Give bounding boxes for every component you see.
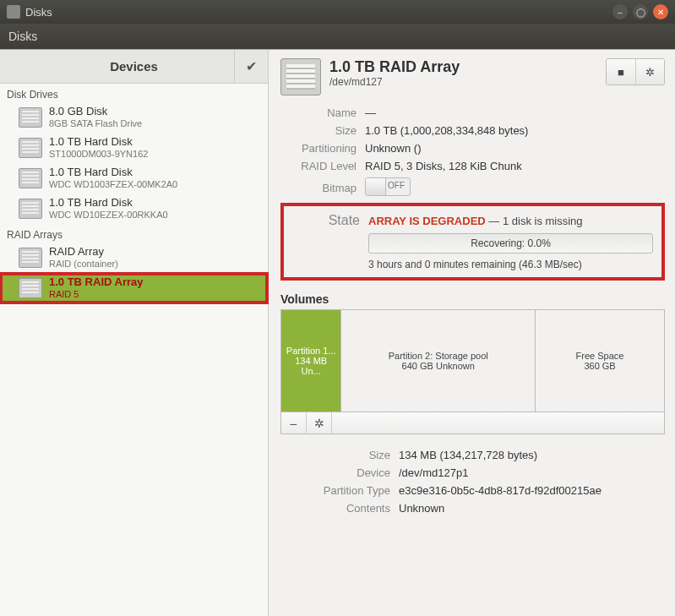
volume-gear-button[interactable]: ✲ — [307, 412, 332, 434]
prop-row: Name — — [280, 104, 665, 122]
device-title: 1.0 TB Hard Disk — [49, 196, 168, 210]
section-raid-arrays: RAID Arrays — [0, 224, 268, 243]
volume-bar: Partition 1... 134 MB Un... Partition 2:… — [281, 310, 664, 412]
toolbar-title: Disks — [8, 30, 37, 43]
raid-icon — [19, 278, 42, 298]
device-sub: WDC WD10EZEX-00RKKA0 — [49, 210, 168, 221]
prop-label: Size — [280, 124, 357, 137]
prop-value: Unknown () — [365, 142, 665, 155]
prop-label: Device — [280, 466, 390, 479]
volume-segment[interactable]: Partition 1... 134 MB Un... — [281, 310, 341, 412]
disk-icon — [19, 138, 42, 158]
prop-value: e3c9e316-0b5c-4db8-817d-f92df00215ae — [399, 484, 665, 497]
prop-row: Contents Unknown — [280, 499, 665, 517]
prop-label: RAID Level — [280, 160, 357, 172]
device-title: 1.0 TB Hard Disk — [49, 166, 177, 179]
device-sub: ST1000DM003-9YN162 — [49, 149, 148, 161]
disk-icon — [19, 199, 42, 219]
vol-title: Partition 1... — [286, 346, 336, 356]
sidebar-header-title: Devices — [0, 59, 268, 74]
prop-row: Bitmap OFF — [280, 175, 665, 201]
device-item[interactable]: RAID Array RAID (container) — [0, 243, 268, 273]
device-sub: RAID (container) — [49, 259, 118, 270]
vol-sub: 360 GB — [584, 361, 615, 371]
prop-label: Size — [280, 449, 390, 461]
properties: Name — Size 1.0 TB (1,000,208,334,848 by… — [280, 104, 665, 201]
apply-icon[interactable]: ✔ — [234, 50, 268, 84]
header-buttons: ■ ✲ — [606, 58, 665, 85]
disk-icon — [19, 107, 42, 128]
device-item[interactable]: 1.0 TB Hard Disk WDC WD1003FZEX-00MK2A0 — [0, 163, 268, 194]
state-rest: — 1 disk is missing — [486, 215, 583, 227]
disks-window: Disks – ◯ ✕ Disks Devices ✔ Disk Drives … — [0, 0, 675, 616]
volume-details: Size 134 MB (134,217,728 bytes) Device /… — [280, 446, 665, 517]
recovery-progress: Recovering: 0.0% — [368, 233, 653, 253]
prop-value: /dev/md127p1 — [399, 466, 665, 479]
prop-row: Size 134 MB (134,217,728 bytes) — [280, 446, 665, 464]
prop-label: Partition Type — [280, 484, 390, 497]
device-title: RAID Array — [49, 245, 118, 259]
vol-sub: 134 MB Un... — [285, 356, 337, 376]
prop-value: RAID 5, 3 Disks, 128 KiB Chunk — [365, 160, 665, 172]
prop-row: RAID Level RAID 5, 3 Disks, 128 KiB Chun… — [280, 157, 665, 175]
state-degraded: ARRAY IS DEGRADED — [368, 215, 486, 227]
device-item[interactable]: 1.0 TB Hard Disk WDC WD10EZEX-00RKKA0 — [0, 194, 268, 224]
prop-label: Bitmap — [280, 182, 357, 194]
main-header: 1.0 TB RAID Array /dev/md127 ■ ✲ — [280, 58, 665, 95]
prop-row: Device /dev/md127p1 — [280, 464, 665, 482]
prop-row: Size 1.0 TB (1,000,208,334,848 bytes) — [280, 122, 665, 139]
titlebar: Disks – ◯ ✕ — [0, 0, 675, 24]
main-panel: 1.0 TB RAID Array /dev/md127 ■ ✲ Name — … — [269, 50, 675, 616]
volume-segment[interactable]: Free Space 360 GB — [536, 310, 664, 412]
raid-array-icon — [280, 58, 321, 95]
device-sub: WDC WD1003FZEX-00MK2A0 — [49, 179, 177, 191]
disk-icon — [19, 168, 42, 188]
prop-value: Unknown — [399, 502, 665, 515]
device-title: 1.0 TB RAID Array — [49, 275, 144, 289]
volumes-title: Volumes — [280, 292, 665, 306]
app-icon — [7, 5, 20, 19]
raid-icon — [19, 248, 42, 268]
device-sub: RAID 5 — [49, 289, 144, 301]
toolbar: Disks — [0, 24, 675, 49]
minimize-button[interactable]: – — [612, 4, 628, 19]
prop-value: OFF — [365, 177, 665, 199]
bitmap-switch[interactable]: OFF — [365, 177, 411, 196]
remove-volume-button[interactable]: – — [281, 412, 307, 434]
section-disk-drives: Disk Drives — [0, 84, 268, 102]
main-title: 1.0 TB RAID Array — [329, 58, 460, 76]
device-title: 1.0 TB Hard Disk — [49, 135, 148, 149]
prop-label: Contents — [280, 502, 390, 515]
window-title: Disks — [25, 6, 52, 19]
state-label: State — [284, 213, 360, 228]
stop-button[interactable]: ■ — [607, 59, 635, 84]
volume-segment[interactable]: Partition 2: Storage pool 640 GB Unknown — [341, 310, 536, 412]
content: Devices ✔ Disk Drives 8.0 GB Disk 8GB SA… — [0, 49, 675, 616]
prop-value: — — [365, 106, 665, 119]
prop-label: Partitioning — [280, 142, 357, 155]
device-item[interactable]: 8.0 GB Disk 8GB SATA Flash Drive — [0, 102, 268, 133]
prop-value: 134 MB (134,217,728 bytes) — [399, 449, 665, 461]
vol-title: Free Space — [576, 351, 624, 361]
device-sub: 8GB SATA Flash Drive — [49, 118, 142, 130]
vol-title: Partition 2: Storage pool — [389, 351, 488, 361]
gear-button[interactable]: ✲ — [635, 59, 664, 84]
sidebar: Devices ✔ Disk Drives 8.0 GB Disk 8GB SA… — [0, 50, 269, 616]
device-item[interactable]: 1.0 TB Hard Disk ST1000DM003-9YN162 — [0, 133, 268, 163]
volume-toolbar: – ✲ — [281, 412, 664, 433]
volumes-box: Partition 1... 134 MB Un... Partition 2:… — [280, 309, 665, 434]
recovery-remaining: 3 hours and 0 minutes remaining (46.3 MB… — [368, 259, 653, 270]
maximize-button[interactable]: ◯ — [633, 4, 648, 19]
device-item-selected[interactable]: 1.0 TB RAID Array RAID 5 — [0, 273, 268, 303]
prop-row: Partitioning Unknown () — [280, 139, 665, 157]
prop-value: 1.0 TB (1,000,208,334,848 bytes) — [365, 124, 665, 137]
sidebar-header: Devices ✔ — [0, 50, 268, 84]
close-button[interactable]: ✕ — [653, 4, 668, 19]
state-row: State ARRAY IS DEGRADED — 1 disk is miss… — [284, 213, 653, 228]
state-box: State ARRAY IS DEGRADED — 1 disk is miss… — [280, 203, 665, 281]
vol-sub: 640 GB Unknown — [402, 361, 475, 371]
prop-row: Partition Type e3c9e316-0b5c-4db8-817d-f… — [280, 482, 665, 499]
main-path: /dev/md127 — [329, 76, 460, 88]
prop-label: Name — [280, 106, 357, 119]
device-title: 8.0 GB Disk — [49, 105, 142, 118]
